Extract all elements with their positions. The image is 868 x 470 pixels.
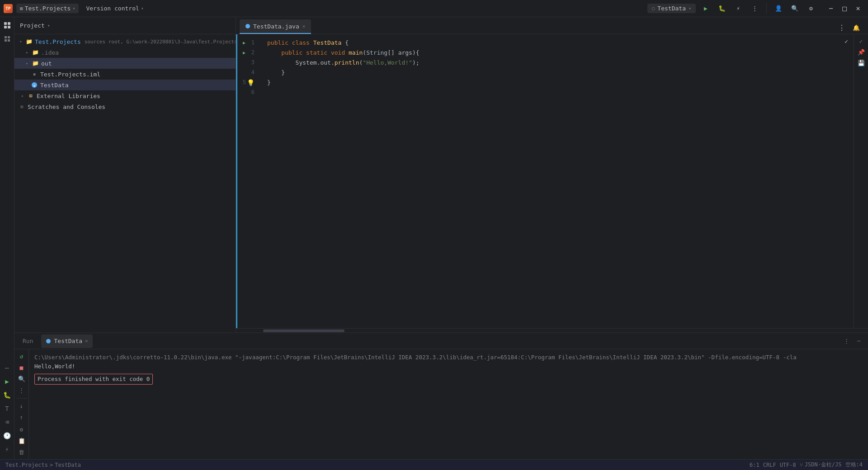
code-line-2: public static void main(String[] args){ — [267, 48, 846, 58]
scroll-to-end-button[interactable]: ↓ — [16, 401, 27, 412]
minimize-button[interactable]: − — [825, 2, 837, 15]
project-chevron-icon: ▾ — [47, 23, 50, 28]
more-tools-icon[interactable]: ⋯ — [1, 362, 14, 374]
filter-output-button[interactable]: 🔍 — [16, 374, 27, 384]
search-button[interactable]: 🔍 — [788, 2, 801, 15]
project-panel: Project ▾ ▾ 📁 Test.Projects sources root… — [14, 17, 236, 333]
bottom-tabs: Run TestData × ⋮ − — [14, 333, 868, 349]
expand-icon-idea: ▸ — [24, 49, 31, 56]
tree-item-testdata[interactable]: c TestData — [14, 80, 236, 90]
tree-item-iml[interactable]: ▪ Test.Projects.iml — [14, 69, 236, 80]
more-output-actions[interactable]: ⋮ — [16, 385, 27, 395]
file-icon-java: c — [31, 81, 38, 89]
cursor-position[interactable]: 6:1 — [750, 462, 760, 468]
scratches-icon: ≡ — [18, 103, 25, 110]
tab-testdata[interactable]: TestData.java × — [240, 19, 311, 34]
pin-panel-icon[interactable]: ⋮ — [841, 336, 852, 347]
project-view-icon[interactable] — [1, 19, 14, 32]
app-logo: TP — [4, 4, 13, 13]
editor-area: TestData.java × ⋮ 🔔 ▶ — [236, 17, 868, 333]
code-line-5: } — [267, 78, 846, 88]
bulb-icon[interactable]: 💡 — [247, 78, 255, 88]
debug-button[interactable]: 🐛 — [716, 2, 728, 15]
more-run-options[interactable]: ⋮ — [748, 2, 761, 15]
file-icon-iml: ▪ — [31, 70, 38, 78]
code-line-1: public class TestData { — [267, 38, 846, 48]
folder-icon-root: 📁 — [25, 38, 33, 45]
line-ending[interactable]: CRLF — [763, 462, 776, 468]
editor-tab-options[interactable]: ⋮ — [835, 21, 848, 34]
run-gutter-2[interactable]: ▶ — [243, 49, 245, 56]
svg-rect-4 — [5, 36, 7, 38]
bottom-panel-actions: ⋮ − — [841, 336, 864, 347]
line-numbers: ▶ 1 ▶ 2 3 4 — [237, 34, 260, 328]
git-branch[interactable]: ⑂ JSDN·金柱/JS — [800, 461, 842, 469]
settings-button[interactable]: ⚙ — [805, 2, 817, 15]
code-editor[interactable]: public class TestData { public static vo… — [260, 34, 854, 328]
svg-rect-7 — [8, 39, 10, 42]
run-output: C:\Users\Administrator\.jdks\corretto-11… — [29, 349, 868, 459]
rerun-button[interactable]: ↺ — [16, 351, 27, 362]
expand-icon-root: ▾ — [17, 38, 24, 45]
folder-icon-out: 📁 — [32, 60, 39, 67]
svg-rect-6 — [5, 39, 7, 42]
bottom-panel: Run TestData × ⋮ − ↺ ■ 🔍 ⋮ — [14, 333, 868, 459]
project-title: Project — [20, 22, 45, 29]
svg-text:c: c — [33, 84, 35, 88]
encoding[interactable]: UTF-8 — [780, 462, 796, 468]
tab-close-button[interactable]: × — [302, 23, 306, 30]
maximize-button[interactable]: □ — [838, 2, 851, 15]
tree-item-out[interactable]: ▸ 📁 out — [14, 58, 236, 69]
scrollbar-thumb[interactable] — [263, 329, 344, 332]
debug-icon-left[interactable]: 🐛 — [1, 389, 14, 401]
tree-item-root[interactable]: ▾ 📁 Test.Projects sources root, G:\work-… — [14, 36, 236, 47]
scroll-to-start-button[interactable]: ↑ — [16, 412, 27, 423]
testdata-run-tab[interactable]: TestData × — [41, 334, 92, 348]
structure-view-icon[interactable] — [1, 33, 14, 45]
code-line-6 — [267, 88, 846, 98]
database-icon[interactable]: ⌫ — [1, 416, 14, 428]
close-button[interactable]: × — [852, 2, 864, 15]
database-right-icon[interactable]: 💾 — [856, 58, 866, 68]
clear-output-icon[interactable]: 🗑 — [16, 447, 27, 457]
code-line-3: System.out.println("Hello,World!"); — [267, 58, 846, 68]
project-arrow-icon: ▾ — [72, 6, 75, 11]
tree-item-idea[interactable]: ▸ 📁 .idea — [14, 47, 236, 58]
svg-rect-5 — [8, 36, 10, 38]
run-tab[interactable]: Run — [18, 334, 38, 348]
statusbar: Test.Projects > TestData 6:1 CRLF UTF-8 … — [0, 459, 868, 470]
bookmarks-icon[interactable]: ✓ — [856, 36, 866, 46]
horizontal-scrollbar[interactable] — [236, 328, 868, 333]
version-control-menu[interactable]: Version control ▾ — [82, 4, 147, 13]
plugins-icon[interactable]: ⚡ — [1, 443, 14, 456]
project-selector[interactable]: ■ Test.Projects ▾ — [16, 4, 79, 13]
pin-icon[interactable]: 📌 — [856, 47, 866, 57]
tree-item-scratches[interactable]: ≡ Scratches and Consoles — [14, 101, 236, 112]
hello-world-output: Hello,World! — [34, 362, 863, 371]
left-toolbar: ⋯ ▶ 🐛 T ⌫ 🕐 ⚡ — [0, 17, 14, 459]
svg-rect-3 — [8, 26, 10, 28]
stop-button[interactable]: ■ — [16, 362, 27, 373]
run-icon-left[interactable]: ▶ — [1, 375, 14, 388]
event-log-icon[interactable]: 🕐 — [1, 429, 14, 442]
run-button[interactable]: ▶ — [699, 2, 712, 15]
settings-output-icon[interactable]: ⚙ — [16, 424, 27, 435]
bottom-content: ↺ ■ 🔍 ⋮ ↓ ↑ ⚙ 📋 🗑 C:\Users\Administrator… — [14, 349, 868, 459]
coverage-button[interactable]: ⚡ — [732, 2, 745, 15]
indent-settings[interactable]: 空格:4 — [845, 461, 863, 469]
run-left-toolbar: ↺ ■ 🔍 ⋮ ↓ ↑ ⚙ 📋 🗑 — [14, 349, 29, 459]
run-tab-close[interactable]: × — [85, 338, 88, 344]
run-gutter-1[interactable]: ▶ — [243, 39, 245, 47]
main-layout: ⋯ ▶ 🐛 T ⌫ 🕐 ⚡ Project ▾ — [0, 17, 868, 459]
project-header: Project ▾ — [14, 17, 236, 34]
editor-tabs: TestData.java × ⋮ 🔔 — [236, 17, 868, 34]
breadcrumb[interactable]: Test.Projects > TestData — [5, 462, 81, 468]
profile-button[interactable]: 👤 — [772, 2, 785, 15]
terminal-icon[interactable]: T — [1, 402, 14, 415]
minimize-panel-icon[interactable]: − — [854, 336, 864, 347]
svg-point-11 — [46, 339, 51, 343]
run-config-selector[interactable]: ○ TestData ▾ — [647, 4, 696, 13]
tree-item-external-libs[interactable]: ▸ ⊞ External Libraries — [14, 90, 236, 101]
copy-output-icon[interactable]: 📋 — [16, 436, 27, 446]
notifications-icon[interactable]: 🔔 — [850, 21, 863, 34]
